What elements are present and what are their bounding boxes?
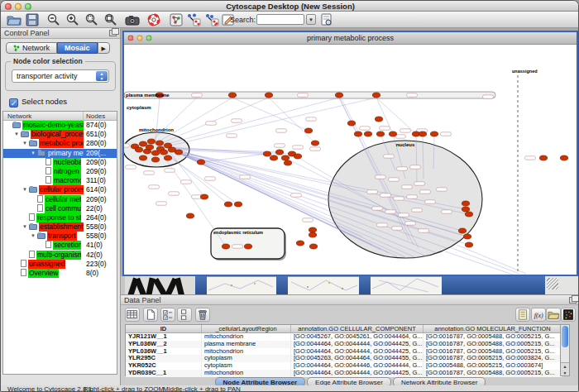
graph-node[interactable]	[263, 151, 270, 156]
graph-node[interactable]	[244, 244, 251, 249]
table-row[interactable]: YLR295Ccytoplasm[GO:0045263, GO:0044464,…	[126, 355, 562, 362]
graph-node[interactable]	[560, 155, 567, 160]
graph-node[interactable]	[311, 141, 318, 146]
column-header[interactable]: ID	[126, 325, 202, 332]
zoom-in-icon[interactable]	[65, 13, 80, 26]
float-data-panel-icon[interactable]	[569, 297, 577, 304]
background-window-titlebar[interactable]	[195, 276, 207, 294]
graph-node[interactable]	[458, 228, 466, 233]
graph-node[interactable]	[139, 155, 146, 160]
graph-node[interactable]	[430, 131, 438, 136]
row-height-button[interactable]	[177, 308, 192, 322]
graph-node[interactable]	[372, 93, 380, 98]
zoom-out-icon[interactable]	[46, 13, 61, 26]
select-nodes-checkbox[interactable]: ✓	[9, 98, 18, 108]
graph-node[interactable]	[462, 201, 469, 206]
graph-node[interactable]	[364, 131, 371, 136]
tree-row[interactable]: multi-organism pro42(0)	[3, 251, 117, 260]
graph-node[interactable]	[146, 145, 153, 150]
graph-node[interactable]	[284, 160, 291, 165]
zoom-selected-icon[interactable]	[84, 13, 99, 26]
graph-node[interactable]	[419, 131, 426, 136]
network-view-titlebar[interactable]: primary metabolic process	[124, 32, 577, 45]
tree-row[interactable]: ▼biological_process651(0)	[3, 130, 117, 139]
graph-node[interactable]	[296, 241, 304, 246]
graph-node[interactable]	[175, 150, 182, 155]
background-window-titlebar[interactable]	[276, 276, 288, 294]
column-header[interactable]: _cellularLayoutRegion	[202, 325, 291, 332]
new-attribute-button[interactable]	[143, 308, 158, 322]
camera-icon[interactable]	[125, 13, 140, 26]
table-row[interactable]: YDR039C__1mitochondrion[GO:0044464, GO:0…	[126, 370, 562, 377]
search-result-icon[interactable]	[319, 13, 334, 26]
tree-expander-icon[interactable]: ▼	[31, 151, 37, 155]
scrollbar-arrows[interactable]: ▲▼	[561, 362, 569, 375]
attribute-table[interactable]: ID_cellularLayoutRegionannotation.GO CEL…	[125, 324, 563, 376]
tab-network[interactable]: Network	[6, 42, 57, 54]
tree-row[interactable]: nucleobase-209(0)	[3, 158, 117, 167]
tree-row[interactable]: ▼transport558(0)	[3, 232, 117, 241]
tree-row[interactable]: Overview8(0)	[3, 269, 117, 278]
tree-row[interactable]: secretion41(0)	[3, 241, 117, 250]
layout-a-icon[interactable]	[186, 13, 201, 26]
graph-node[interactable]	[281, 155, 289, 160]
tree-row[interactable]: response to stimulu264(0)	[3, 213, 117, 222]
graph-node[interactable]	[539, 155, 547, 160]
background-window-canvas[interactable]	[288, 276, 359, 294]
vizmapper-icon[interactable]	[169, 13, 184, 26]
resize-grip-icon[interactable]	[547, 278, 558, 289]
table-row[interactable]: YKR052Ccytoplasm[GO:0044464, GO:0044446,…	[126, 362, 562, 370]
background-window-canvas[interactable]	[371, 276, 442, 294]
tree-row[interactable]: ▼establishment of lo558(0)	[3, 222, 117, 232]
graph-node[interactable]	[309, 244, 317, 249]
select-nodes-row[interactable]: ✓Select nodes	[9, 97, 67, 107]
graph-node[interactable]	[462, 207, 469, 212]
matrix-button[interactable]	[561, 308, 576, 322]
background-window-titlebar[interactable]	[442, 276, 545, 294]
open-folder-icon[interactable]	[7, 13, 22, 26]
graph-node[interactable]	[294, 154, 301, 159]
table-row[interactable]: YJR121W__1mitochondrion[GO:0045267, GO:0…	[126, 333, 562, 341]
graph-node[interactable]	[234, 202, 242, 207]
float-panel-icon[interactable]	[109, 30, 117, 36]
tree-expander-icon[interactable]: ▼	[31, 233, 37, 238]
table-row[interactable]: YPL036W__1mitochondrion[GO:0044464, GO:0…	[126, 348, 562, 356]
graph-node[interactable]	[304, 128, 312, 133]
column-header[interactable]: annotation.GO CELLULAR_COMPONENT	[291, 325, 423, 332]
search-input[interactable]	[256, 14, 304, 25]
table-row[interactable]: YPL036W__2plasma membrane[GO:0044464, GO…	[126, 341, 562, 348]
graph-node[interactable]	[265, 93, 272, 98]
select-rows-button[interactable]	[160, 308, 175, 322]
graph-node[interactable]	[463, 234, 471, 239]
tree-row[interactable]: macromolecule311(0)	[3, 176, 117, 185]
delete-attribute-button[interactable]	[195, 308, 210, 322]
graph-node[interactable]	[224, 202, 232, 207]
tab-mosaic[interactable]: Mosaic	[57, 42, 98, 54]
tree-expander-icon[interactable]: ▼	[14, 131, 21, 136]
table-scrollbar[interactable]: ▲▼	[560, 324, 570, 376]
zoom-fit-icon[interactable]	[103, 13, 118, 26]
network-view-window[interactable]: primary metabolic process plasma membran…	[122, 31, 578, 276]
graph-node[interactable]	[347, 121, 355, 126]
select-attributes-button[interactable]	[125, 308, 140, 322]
graph-node[interactable]	[465, 242, 472, 247]
graph-node[interactable]	[160, 150, 167, 155]
tree-row[interactable]: mosaic-demo-yeast874(0)	[3, 121, 117, 130]
network-canvas[interactable]: plasma membranecytoplasmmitochondrionnuc…	[124, 45, 577, 275]
formula-button[interactable]: f(x)	[531, 308, 546, 322]
tree-row[interactable]: unassigned223(0)	[3, 260, 117, 269]
graph-node[interactable]	[376, 131, 384, 136]
background-window-canvas[interactable]	[207, 276, 276, 294]
tree-expander-icon[interactable]: ▼	[22, 187, 29, 192]
tab-overflow-arrow[interactable]: ▶	[98, 42, 110, 54]
layout-b-icon[interactable]	[204, 13, 219, 26]
graph-node[interactable]	[222, 244, 229, 249]
graph-node[interactable]	[197, 160, 204, 165]
background-window-titlebar[interactable]	[359, 276, 371, 294]
graph-node[interactable]	[309, 232, 316, 237]
help-lifering-icon[interactable]	[146, 13, 161, 26]
graph-node[interactable]	[354, 131, 361, 136]
column-header[interactable]: annotation.GO MOLECULAR_FUNCTION	[423, 325, 562, 332]
background-window-fragment[interactable]	[125, 276, 195, 294]
tree-expander-icon[interactable]: ▼	[22, 141, 29, 146]
